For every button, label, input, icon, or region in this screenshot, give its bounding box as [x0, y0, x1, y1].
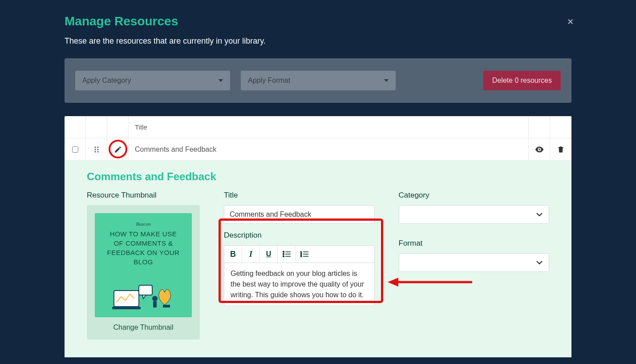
italic-button[interactable]: I	[242, 246, 260, 263]
underline-button[interactable]: U	[260, 246, 278, 263]
bold-button[interactable]: B	[224, 246, 242, 263]
thumbnail-label: Resource Thumbnail	[87, 191, 200, 200]
apply-format-label: Apply Format	[248, 77, 290, 85]
svg-point-17	[283, 256, 284, 257]
svg-marker-9	[142, 295, 146, 299]
filter-bar: Apply Category Apply Format Delete 0 res…	[65, 58, 571, 103]
manage-resources-modal: Manage Resources × These are the resourc…	[0, 0, 636, 357]
svg-text:3: 3	[300, 255, 302, 257]
thumbnail-box: Beacon HOW TO MAKE USE OF COMMENTS & FEE…	[87, 205, 200, 340]
svg-point-10	[152, 296, 158, 301]
delete-resources-label: Delete 0 resources	[492, 77, 552, 85]
chevron-down-icon	[219, 79, 223, 82]
edit-icon[interactable]	[114, 146, 122, 154]
chevron-down-icon	[536, 261, 543, 264]
header-edit-col	[107, 116, 129, 138]
delete-resources-button[interactable]: Delete 0 resources	[483, 71, 561, 90]
svg-point-15	[283, 254, 284, 255]
resources-list: Title Comments and Feedback	[65, 116, 571, 357]
trash-icon[interactable]	[557, 145, 565, 154]
list-header-row: Title	[65, 116, 571, 138]
close-icon[interactable]: ×	[567, 16, 573, 28]
format-select[interactable]	[399, 253, 550, 272]
format-field-label: Format	[399, 239, 550, 248]
thumbnail-preview: Beacon HOW TO MAKE USE OF COMMENTS & FEE…	[95, 213, 192, 317]
modal-title: Manage Resources	[65, 14, 571, 28]
apply-format-select[interactable]: Apply Format	[241, 71, 396, 90]
header-check-col	[65, 116, 86, 138]
title-input[interactable]	[224, 205, 375, 224]
detail-heading: Comments and Feedback	[87, 170, 549, 183]
category-select[interactable]	[399, 205, 550, 224]
thumbnail-headline: HOW TO MAKE USE OF COMMENTS & FEEDBACK O…	[105, 229, 181, 267]
title-field-label: Title	[224, 191, 375, 200]
table-row: Comments and Feedback	[65, 138, 571, 161]
header-delete-col	[550, 116, 571, 138]
svg-rect-8	[139, 285, 152, 295]
svg-rect-11	[153, 301, 157, 307]
svg-point-13	[283, 251, 284, 253]
header-drag-col	[86, 116, 107, 138]
modal-subtitle: These are the resources that are current…	[65, 36, 571, 46]
svg-point-4	[94, 151, 96, 152]
change-thumbnail-button[interactable]: Change Thumbnail	[95, 324, 192, 332]
category-field-label: Category	[399, 191, 550, 200]
resource-detail-panel: Comments and Feedback Resource Thumbnail…	[65, 161, 571, 357]
numbered-list-button[interactable]: 123	[296, 246, 313, 263]
apply-category-label: Apply Category	[82, 77, 131, 85]
svg-rect-7	[112, 307, 141, 309]
svg-point-2	[94, 149, 96, 150]
title-column-header: Title	[129, 116, 529, 138]
thumbnail-brand: Beacon	[136, 221, 151, 226]
eye-icon[interactable]	[535, 145, 544, 154]
description-input[interactable]: Getting feedback on your blog articles i…	[224, 263, 375, 306]
chevron-down-icon	[384, 79, 389, 82]
modal-header: Manage Resources × These are the resourc…	[65, 14, 571, 46]
bullet-list-button[interactable]	[278, 246, 296, 263]
svg-marker-26	[388, 278, 398, 287]
apply-category-select[interactable]: Apply Category	[75, 71, 230, 90]
chevron-down-icon	[536, 213, 543, 216]
description-toolbar: B I U 123	[224, 245, 375, 263]
svg-point-1	[97, 146, 98, 148]
svg-rect-12	[163, 305, 170, 307]
row-title[interactable]: Comments and Feedback	[129, 138, 529, 160]
header-view-col	[529, 116, 550, 138]
row-checkbox[interactable]	[72, 146, 78, 153]
drag-handle-icon[interactable]	[94, 146, 99, 153]
svg-point-3	[97, 149, 98, 150]
svg-point-0	[94, 146, 96, 148]
description-field-label: Description	[224, 231, 375, 240]
thumbnail-illustration	[108, 279, 179, 310]
svg-point-5	[97, 151, 98, 152]
